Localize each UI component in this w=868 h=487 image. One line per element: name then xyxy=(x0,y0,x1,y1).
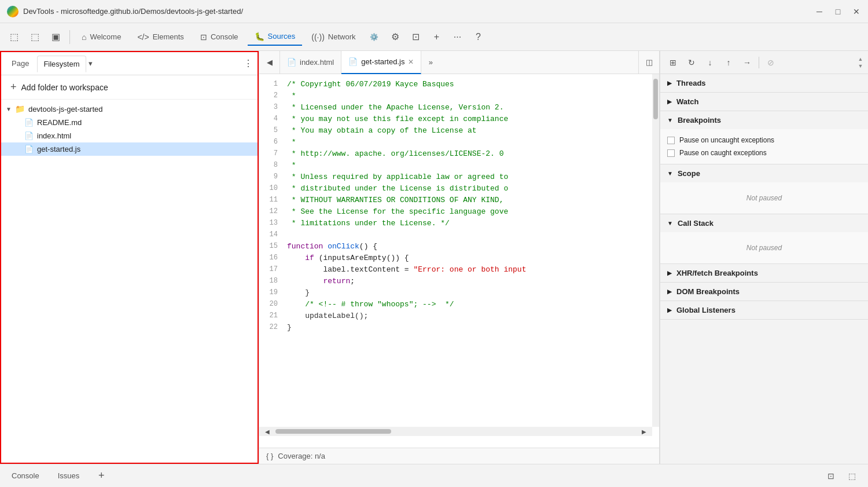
inspect-icon[interactable]: ⬚ xyxy=(25,28,44,46)
code-line-19: 19 } xyxy=(259,287,659,299)
code-content-9: * Unless required by applicable law or a… xyxy=(287,171,508,183)
bottom-add-tab-icon[interactable]: + xyxy=(93,468,109,484)
right-toolbar: ⊞ ↻ ↓ ↑ → ⊘ ▲ ▼ xyxy=(660,51,868,74)
code-line-18: 18 return; xyxy=(259,276,659,287)
tab-sources[interactable]: 🐛 Sources xyxy=(248,28,303,46)
step-icon[interactable]: → xyxy=(739,54,755,71)
scroll-thumb-h xyxy=(275,429,391,434)
sidebar-toggle-icon[interactable]: ▣ xyxy=(46,28,65,46)
code-content-16: if (inputsAreEmpty()) { xyxy=(287,252,409,264)
editor-tab-back-icon[interactable]: ◀ xyxy=(259,51,280,74)
section-label-scope: Scope xyxy=(678,169,700,178)
sidebar-section-header-global-listeners[interactable]: ▶Global Listeners xyxy=(660,301,868,319)
file-item-js[interactable]: 📄 get-started.js xyxy=(1,142,258,156)
bottom-dock-icon[interactable]: ⬚ xyxy=(843,467,861,485)
top-toolbar: ⬚ ⬚ ▣ ⌂ Welcome </> Elements ⊡ Console 🐛… xyxy=(0,23,868,51)
title-bar-title: DevTools - microsoftedge.github.io/Demos… xyxy=(23,7,810,16)
checkbox-icon[interactable] xyxy=(667,149,675,157)
scroll-thumb-v xyxy=(653,79,658,119)
tab-elements[interactable]: </> Elements xyxy=(130,29,190,45)
maximize-button[interactable]: □ xyxy=(833,7,843,16)
code-scroll[interactable]: 1/* Copyright 06/07/2019 Kayce Basques2 … xyxy=(259,74,659,448)
add-folder-label: Add folder to workspace xyxy=(21,83,108,92)
section-arrow-threads: ▶ xyxy=(667,80,672,86)
right-scroll-down-icon[interactable]: ▼ xyxy=(858,63,863,69)
deactivate-breakpoints-icon[interactable]: ⊘ xyxy=(763,54,779,71)
tab-js-close-icon[interactable]: ✕ xyxy=(408,58,414,66)
right-scroll-controls: ▲ ▼ xyxy=(858,56,863,69)
scroll-left-btn[interactable]: ◀ xyxy=(259,428,275,435)
step-over-icon[interactable]: ↻ xyxy=(683,54,700,71)
left-tab-chevron[interactable]: ▾ xyxy=(89,59,93,68)
editor-split-icon[interactable]: ◫ xyxy=(638,51,659,74)
tab-network-label: Network xyxy=(328,32,356,41)
code-line-12: 12 * See the License for the specific la… xyxy=(259,206,659,218)
minimize-button[interactable]: ─ xyxy=(815,7,824,16)
tab-welcome[interactable]: ⌂ Welcome xyxy=(75,29,128,45)
folder-item[interactable]: ▼ 📁 devtools-js-get-started xyxy=(1,102,258,116)
section-label-threads: Threads xyxy=(676,79,706,87)
section-arrow-scope: ▼ xyxy=(667,170,673,177)
new-tab-icon[interactable]: ⊡ xyxy=(407,28,425,46)
sidebar-section-header-call-stack[interactable]: ▼Call Stack xyxy=(660,214,868,232)
right-scroll-up-icon[interactable]: ▲ xyxy=(858,56,863,62)
sidebar-section-header-scope[interactable]: ▼Scope xyxy=(660,164,868,182)
section-arrow-call-stack: ▼ xyxy=(667,220,673,226)
code-line-11: 11 * WITHOUT WARRANTIES OR CONDITIONS OF… xyxy=(259,195,659,206)
device-emulation-icon[interactable]: ⚙️ xyxy=(365,28,384,46)
code-line-14: 14 xyxy=(259,229,659,241)
pause-resume-icon[interactable]: ⊞ xyxy=(665,54,681,71)
bottom-tab-console[interactable]: Console xyxy=(7,468,44,484)
code-line-15: 15function onClick() { xyxy=(259,241,659,252)
editor-tab-more-icon[interactable]: » xyxy=(421,51,440,74)
section-empty-call-stack: Not paused xyxy=(667,237,861,259)
tab-filesystem[interactable]: Filesystem xyxy=(37,56,86,72)
scroll-right-btn[interactable]: ▶ xyxy=(636,428,652,435)
code-content-5: * You may obtain a copy of the License a… xyxy=(287,125,477,137)
sidebar-section-content-scope: Not paused xyxy=(660,182,868,214)
code-block: 1/* Copyright 06/07/2019 Kayce Basques2 … xyxy=(259,74,659,338)
tab-console[interactable]: ⊡ Console xyxy=(193,29,245,45)
editor-tab-index[interactable]: 📄 index.html xyxy=(280,51,341,74)
file-item-index[interactable]: 📄 index.html xyxy=(1,129,258,142)
editor-tab-js[interactable]: 📄 get-started.js ✕ xyxy=(341,51,421,74)
sidebar-section-header-dom-breakpoints[interactable]: ▶DOM Breakpoints xyxy=(660,283,868,301)
code-line-1: 1/* Copyright 06/07/2019 Kayce Basques xyxy=(259,79,659,90)
tab-console-label: Console xyxy=(211,32,238,41)
section-arrow-watch: ▶ xyxy=(667,98,672,105)
scrollbar-horizontal[interactable]: ◀ ▶ xyxy=(259,427,652,436)
left-panel-more-icon[interactable]: ⋮ xyxy=(244,58,253,69)
step-out-icon[interactable]: ↑ xyxy=(720,54,737,71)
bottom-tab-issues[interactable]: Issues xyxy=(53,468,84,484)
code-area: 1/* Copyright 06/07/2019 Kayce Basques2 … xyxy=(259,74,659,448)
help-icon[interactable]: ? xyxy=(469,28,488,46)
sidebar-section-header-threads[interactable]: ▶Threads xyxy=(660,74,868,92)
scrollbar-vertical[interactable] xyxy=(652,74,659,427)
sidebar-section-header-xhr-breakpoints[interactable]: ▶XHR/fetch Breakpoints xyxy=(660,264,868,282)
sidebar-section-threads: ▶Threads xyxy=(660,74,868,93)
checkbox-icon[interactable] xyxy=(667,137,675,144)
code-line-6: 6 * xyxy=(259,137,659,148)
bottom-issues-label: Issues xyxy=(58,471,80,480)
bottom-undock-icon[interactable]: ⊡ xyxy=(822,467,840,485)
tab-network[interactable]: ((·)) Network xyxy=(304,29,362,45)
coverage-bar: { } Coverage: n/a xyxy=(259,448,659,464)
step-into-icon[interactable]: ↓ xyxy=(702,54,718,71)
sidebar-section-header-watch[interactable]: ▶Watch xyxy=(660,93,868,111)
sidebar-section-header-breakpoints[interactable]: ▼Breakpoints xyxy=(660,111,868,129)
toolbar-separator-1 xyxy=(69,30,70,44)
checkbox-row-pause-on-caught-exceptions[interactable]: Pause on caught exceptions xyxy=(667,147,861,159)
more-icon[interactable]: ··· xyxy=(448,28,467,46)
add-tab-icon[interactable]: + xyxy=(428,28,446,46)
settings-icon[interactable]: ⚙ xyxy=(386,28,404,46)
file-item-readme[interactable]: 📄 README.md xyxy=(1,116,258,129)
sidebar-section-watch: ▶Watch xyxy=(660,93,868,111)
title-bar: DevTools - microsoftedge.github.io/Demos… xyxy=(0,0,868,23)
close-button[interactable]: ✕ xyxy=(852,7,861,16)
device-toggle-icon[interactable]: ⬚ xyxy=(5,28,23,46)
checkbox-row-pause-on-uncaught-exceptions[interactable]: Pause on uncaught exceptions xyxy=(667,134,861,147)
add-folder-row[interactable]: + Add folder to workspace xyxy=(1,75,258,100)
tab-page[interactable]: Page xyxy=(6,56,35,71)
code-content-4: * you may not use this file except in co… xyxy=(287,113,508,125)
main-layout: Page Filesystem ▾ ⋮ + Add folder to work… xyxy=(0,51,868,464)
